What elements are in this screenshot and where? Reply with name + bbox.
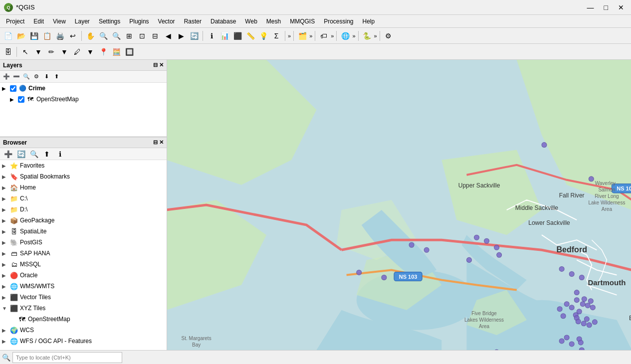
menu-processing[interactable]: Processing — [320, 17, 357, 26]
layer-edit-button[interactable]: 🖊 — [71, 46, 83, 58]
filter-layer-button[interactable]: 🔍 — [22, 72, 31, 81]
measure-button[interactable]: 📏 — [244, 30, 256, 42]
select-features-button[interactable]: ↖ — [19, 46, 31, 58]
menu-mesh[interactable]: Mesh — [262, 17, 285, 26]
locate-input[interactable] — [12, 352, 122, 363]
save-project-button[interactable]: 💾 — [28, 30, 40, 42]
menu-database[interactable]: Database — [207, 17, 240, 26]
menu-raster[interactable]: Raster — [180, 17, 206, 26]
browser-panel-float[interactable]: ⊟ — [153, 139, 158, 146]
attribute-table-button[interactable]: 📊 — [218, 30, 230, 42]
zoom-layer-button[interactable]: ⊟ — [149, 30, 161, 42]
open-project-button[interactable]: 📂 — [15, 30, 27, 42]
pan-button[interactable]: ✋ — [84, 30, 96, 42]
python-button[interactable]: 🐍 — [361, 30, 373, 42]
browser-item[interactable]: ▶ 🌐 WFS / OGC API - Features — [0, 336, 167, 347]
browser-item[interactable]: ▶ ⭐ Favorites — [0, 160, 167, 171]
add-layer-button[interactable]: ➕ — [2, 72, 11, 81]
browser-collapse-button[interactable]: ⬆ — [41, 148, 53, 160]
menu-help[interactable]: Help — [359, 17, 379, 26]
menu-web[interactable]: Web — [241, 17, 261, 26]
zoom-out-button[interactable]: 🔍 — [110, 30, 122, 42]
layers-panel-close[interactable]: ✕ — [159, 62, 164, 68]
snap-button[interactable]: 🔲 — [123, 46, 135, 58]
svg-text:Middle Sackville: Middle Sackville — [515, 204, 559, 211]
browser-info-button[interactable]: ℹ — [54, 148, 66, 160]
browser-filter-button[interactable]: 🔍 — [28, 148, 40, 160]
zoom-full-button[interactable]: ⊞ — [123, 30, 135, 42]
minimize-button[interactable]: — — [584, 2, 597, 12]
menu-view[interactable]: View — [49, 17, 70, 26]
select-button[interactable]: ⬛ — [231, 30, 243, 42]
browser-item[interactable]: ▶ 🔖 Spatial Bookmarks — [0, 171, 167, 182]
browser-item[interactable]: ▶ 🌍 WCS — [0, 325, 167, 336]
close-button[interactable]: ✕ — [615, 2, 627, 12]
menu-plugins[interactable]: Plugins — [125, 17, 153, 26]
map-area[interactable]: NS 107 NS 103 Upper Sackville Fall River… — [167, 60, 631, 350]
menu-project[interactable]: Project — [2, 17, 28, 26]
browser-item[interactable]: ▶ 🔴 Oracle — [0, 270, 167, 281]
edit-dropdown-button[interactable]: ▼ — [58, 46, 70, 58]
zoom-selection-button[interactable]: ⊡ — [136, 30, 148, 42]
maximize-button[interactable]: □ — [601, 2, 611, 12]
browser-item[interactable]: ▶ 📁 C:\ — [0, 193, 167, 204]
expand-all-button[interactable]: ⬇ — [42, 72, 51, 81]
more-layers-button[interactable]: » — [309, 33, 312, 39]
zoom-in-button[interactable]: 🔍 — [97, 30, 109, 42]
browser-item-label: Home — [20, 184, 36, 191]
browser-item-label: D:\ — [20, 206, 27, 213]
browser-add-button[interactable]: ➕ — [2, 148, 14, 160]
calculator-button[interactable]: Σ — [270, 30, 282, 42]
layer-item[interactable]: ▶ 🔵 Crime — [0, 83, 167, 94]
layer-options-button[interactable]: ⚙ — [32, 72, 41, 81]
browser-item[interactable]: 🗺 OpenStreetMap — [0, 314, 167, 325]
settings-large-button[interactable]: ⚙ — [383, 30, 395, 42]
zoom-last-button[interactable]: ◀ — [162, 30, 174, 42]
layer-item[interactable]: ▶ 🗺 OpenStreetMap — [0, 94, 167, 105]
browser-item-label: Vector Tiles — [20, 294, 51, 301]
remove-layer-button[interactable]: ➖ — [12, 72, 21, 81]
label-button[interactable]: 🏷 — [318, 30, 330, 42]
zoom-next-button[interactable]: ▶ — [175, 30, 187, 42]
browser-item[interactable]: ▶ 🗃 SAP HANA — [0, 248, 167, 259]
browser-item[interactable]: ▼ ⬛ XYZ Tiles — [0, 303, 167, 314]
browser-item[interactable]: ▶ 🗂 MSSQL — [0, 259, 167, 270]
more-tools-button[interactable]: » — [288, 33, 291, 39]
menu-layer[interactable]: Layer — [71, 17, 94, 26]
browser-item[interactable]: ▶ 🗄 SpatiaLite — [0, 226, 167, 237]
refresh-button[interactable]: 🔄 — [188, 30, 200, 42]
gps-button[interactable]: 📍 — [97, 46, 109, 58]
layer-visibility-checkbox[interactable] — [10, 85, 16, 92]
browser-item[interactable]: ▶ 🏠 Home — [0, 182, 167, 193]
digitize-db-button[interactable]: 🗄 — [2, 46, 14, 58]
more-web-button[interactable]: » — [352, 33, 355, 39]
browser-item[interactable]: ▶ 🌐 WMS/WMTS — [0, 281, 167, 292]
identify-button[interactable]: ℹ — [206, 30, 217, 42]
browser-refresh-button[interactable]: 🔄 — [15, 148, 27, 160]
menu-edit[interactable]: Edit — [29, 17, 48, 26]
new-layer-button[interactable]: 🗂️ — [296, 30, 308, 42]
new-project-button[interactable]: 📄 — [2, 30, 14, 42]
collapse-all-button[interactable]: ⬆ — [52, 72, 61, 81]
layer-edit-dropdown-button[interactable]: ▼ — [84, 46, 96, 58]
browser-item[interactable]: ▶ 📁 D:\ — [0, 204, 167, 215]
tips-button[interactable]: 💡 — [257, 30, 269, 42]
menu-vector[interactable]: Vector — [154, 17, 179, 26]
menu-mmqgis[interactable]: MMQGIS — [286, 17, 319, 26]
save-as-button[interactable]: 📋 — [41, 30, 53, 42]
layer-visibility-checkbox[interactable] — [18, 96, 24, 103]
browser-panel-close[interactable]: ✕ — [159, 139, 164, 146]
browser-item[interactable]: ▶ 📦 GeoPackage — [0, 215, 167, 226]
more-python-button[interactable]: » — [374, 33, 377, 39]
edit-features-button[interactable]: ✏ — [45, 46, 57, 58]
field-calc-button[interactable]: 🧮 — [110, 46, 122, 58]
menu-settings[interactable]: Settings — [95, 17, 124, 26]
browser-item[interactable]: ▶ 🐘 PostGIS — [0, 237, 167, 248]
layers-panel-float[interactable]: ⊟ — [153, 62, 158, 68]
more-label-button[interactable]: » — [331, 33, 334, 39]
web-button[interactable]: 🌐 — [339, 30, 351, 42]
undo-button[interactable]: ↩ — [67, 30, 79, 42]
select-dropdown-button[interactable]: ▼ — [32, 46, 44, 58]
print-button[interactable]: 🖨️ — [54, 30, 66, 42]
browser-item[interactable]: ▶ ⬛ Vector Tiles — [0, 292, 167, 303]
